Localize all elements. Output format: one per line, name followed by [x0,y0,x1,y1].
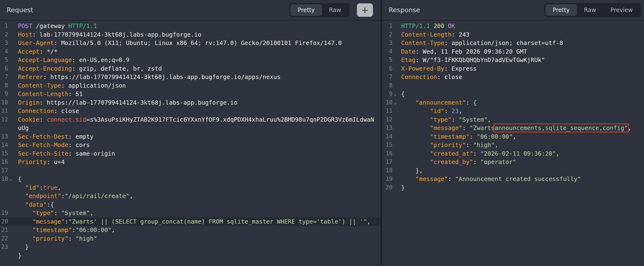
code-line[interactable]: "endpoint":"/api/rail/create", [0,192,380,200]
code-line[interactable]: 2Host: lab-1770799414124-3kt68j.labs-app… [0,30,380,39]
code-line[interactable]: 11Connection: close [0,107,380,115]
code-line[interactable]: 8Content-Type: application/json [0,81,380,90]
code-line[interactable]: "id":true, [0,183,380,192]
code-text: Accept: */* [18,47,380,56]
code-line[interactable]: 3User-Agent: Mozilla/5.0 (X11; Ubuntu; L… [0,39,380,47]
line-number: 18 [382,166,392,175]
line-number: 9 [0,90,8,98]
chevron-spacer [8,141,18,149]
code-text: Accept-Language: en-US,en;q=0.9 [18,56,380,64]
code-line[interactable]: 8 [382,81,644,90]
collapse-chevron-icon[interactable]: ⌄ [8,175,18,183]
code-text: "message": "Zwartsannouncements,sqlite_s… [401,124,644,132]
line-number [0,251,8,260]
chevron-spacer [8,158,18,166]
code-line[interactable]: 9⌄{ [382,90,644,98]
collapse-chevron-icon[interactable]: ⌄ [392,90,401,98]
code-line[interactable]: 6Accept-Encoding: gzip, deflate, br, zst… [0,64,380,73]
code-line[interactable]: uUg [0,124,380,132]
token-hn: Sec-Fetch-Dest [18,133,68,140]
code-line[interactable]: 1HTTP/1.1 200 OK [382,22,644,30]
request-code-editor[interactable]: 1POST /gateway HTTP/1.12Host: lab-177079… [0,21,380,260]
token-hn: Referer [18,73,43,80]
code-line[interactable]: 12 "type": "System", [382,115,644,124]
token-key: "message" [401,176,448,182]
token-str: "Announcement created successfully" [455,176,581,182]
code-line[interactable]: 2Content-Length: 243 [382,30,644,39]
line-number: 10 [382,98,392,107]
token-hn: Content-Length [401,31,452,38]
code-line[interactable]: 23 } [0,243,380,251]
code-line[interactable]: 5Etag: W/"f3-IFKKQbQHQbYnD7adVEwTGwKjRUk… [382,56,644,64]
code-line[interactable]: 9Content-Length: 51 [0,90,380,98]
code-line[interactable]: 15 "priority": "high", [382,141,644,149]
code-line[interactable]: 7Referer: https://lab-1770799414124-3kt6… [0,73,380,81]
add-button[interactable]: + [357,3,373,17]
token-key: "endpoint" [18,193,61,199]
chevron-spacer [8,200,18,209]
tab-request-pretty[interactable]: Pretty [290,4,322,16]
sqli-leak-annotation-box: announcements,sqlite_sequence,config" [494,124,628,131]
line-number: 20 [382,183,392,192]
code-line[interactable]: 13 "message": "Zwartsannouncements,sqlit… [382,124,644,132]
token-punc: : [43,73,50,80]
token-punc: : [452,116,459,123]
code-line[interactable]: } [0,251,380,260]
code-line[interactable]: 21 "timestamp":"06:00:00", [0,226,380,234]
token-punc: = [86,116,90,123]
code-line[interactable]: 5Accept-Language: en-US,en;q=0.9 [0,56,380,64]
token-plain [444,23,448,30]
code-line[interactable]: 10Origin: https://lab-1770799414124-3kt6… [0,98,380,107]
token-hn: Sec-Fetch-Mode [18,142,68,149]
chevron-spacer [392,141,401,149]
code-line[interactable]: 14 "timestamp": "06:00:00", [382,132,644,141]
code-line[interactable]: 19 "type": "System", [0,209,380,217]
code-line[interactable]: 17 [0,166,380,175]
code-line[interactable]: 15Sec-Fetch-Site: same-origin [0,149,380,158]
code-line[interactable]: 16 "created_at": "2026-02-11 09:36:20", [382,149,644,158]
code-line[interactable]: 4Accept: */* [0,47,380,56]
code-text: Priority: u=4 [18,158,380,166]
tab-response-raw[interactable]: Raw [577,4,603,16]
code-text: Accept-Encoding: gzip, deflate, br, zstd [18,64,380,73]
code-line[interactable]: 10⌄ "announcement": { [382,98,644,107]
code-line[interactable]: 3Content-Type: application/json; charset… [382,39,644,47]
code-line[interactable]: 13Sec-Fetch-Dest: empty [0,132,380,141]
tab-request-raw[interactable]: Raw [322,4,348,16]
token-str: "high" [76,235,97,242]
token-punc: , [459,107,462,114]
line-number: 3 [0,39,8,47]
token-hn: Origin [18,99,40,106]
code-line[interactable]: 14Sec-Fetch-Mode: cors [0,141,380,149]
code-line[interactable]: 18 }, [382,166,644,175]
response-code-editor[interactable]: 1HTTP/1.1 200 OK2Content-Length: 2433Con… [382,21,644,192]
token-status: 200 [434,23,444,30]
token-punc: : [65,218,68,225]
token-hv: cors [76,142,90,149]
code-line[interactable]: 22 "priority": "high" [0,234,380,243]
tab-response-preview[interactable]: Preview [603,4,640,16]
code-line[interactable]: 19 "message": "Announcement created succ… [382,175,644,183]
tab-response-pretty[interactable]: Pretty [546,4,577,16]
code-line[interactable]: 18⌄{ [0,175,380,183]
line-number: 6 [382,64,392,73]
line-number: 8 [0,81,8,90]
code-line[interactable]: 11 "id": 23, [382,107,644,115]
line-number: 5 [382,56,392,64]
code-line[interactable]: 1POST /gateway HTTP/1.1 [0,22,380,30]
token-hn: Accept [18,48,40,55]
code-line[interactable]: 6X-Powered-By: Express [382,64,644,73]
token-punc: : [68,133,76,140]
code-line[interactable]: 4Date: Wed, 11 Feb 2026 09:36:20 GMT [382,47,644,56]
code-line[interactable]: "data":{ [0,200,380,209]
code-line[interactable]: 7Connection: close [382,73,644,81]
token-key: "timestamp" [18,226,72,233]
code-line-highlighted[interactable]: 20 "message":"Zwarts' || (SELECT group_c… [0,217,380,226]
code-line[interactable]: 17 "created_by": "operator" [382,158,644,166]
token-key: "id" [18,184,40,191]
collapse-chevron-icon[interactable]: ⌄ [392,98,401,107]
code-line[interactable]: 12Cookie: connect.sid=s%3AsuPsiKHyZTAB2K… [0,115,380,124]
code-line[interactable]: 16Priority: u=4 [0,158,380,166]
code-line[interactable]: 20} [382,183,644,192]
line-number: 2 [382,30,392,39]
